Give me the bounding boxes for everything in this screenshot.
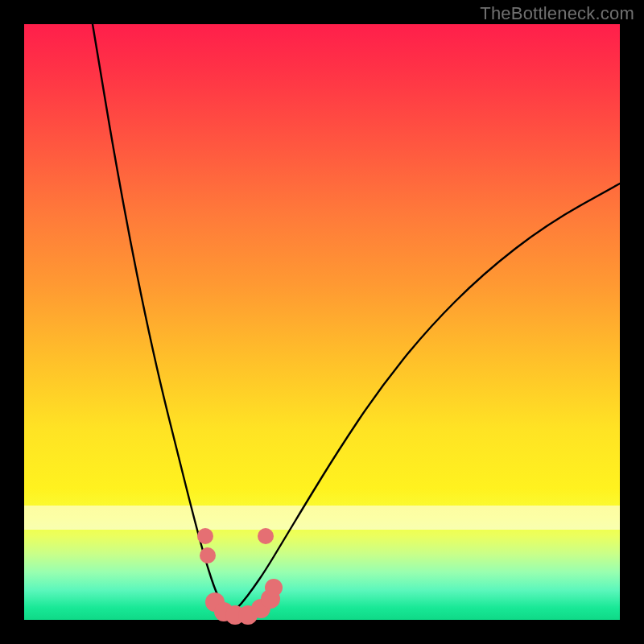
dot — [200, 547, 216, 564]
chart-frame: TheBottleneck.com — [0, 0, 644, 644]
plot-area — [24, 24, 620, 620]
watermark-text: TheBottleneck.com — [480, 3, 634, 24]
curve-layer — [24, 24, 620, 620]
dot — [258, 528, 274, 544]
curve-left-arm — [93, 24, 229, 616]
dot — [265, 579, 283, 597]
curve-right-arm — [229, 184, 620, 616]
dot — [197, 528, 213, 544]
